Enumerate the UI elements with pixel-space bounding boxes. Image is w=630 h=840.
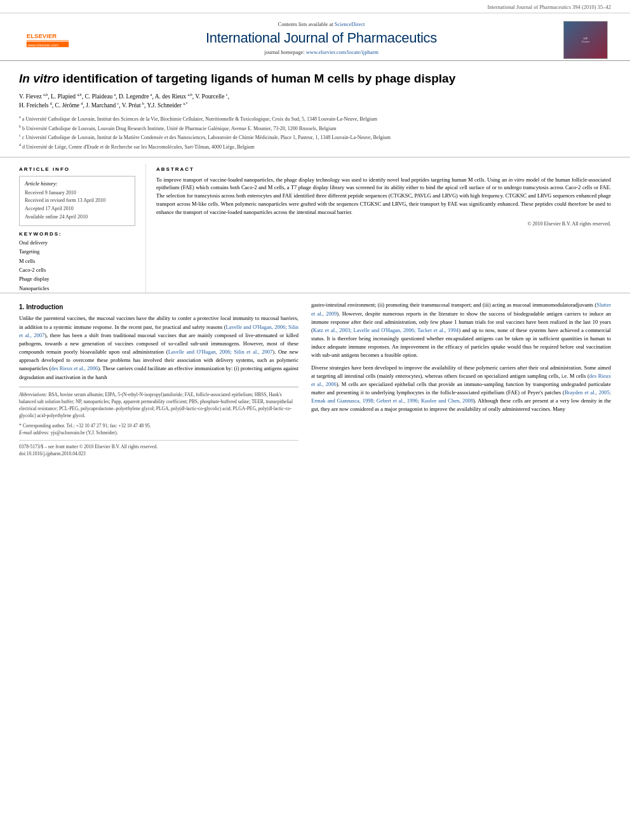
abstract-header: ABSTRACT	[156, 166, 611, 172]
section1-title: 1. Introduction	[19, 303, 298, 310]
authors-list: V. Fievez a,b, L. Plapied a,b, C. Plaide…	[19, 92, 611, 110]
journal-homepage: journal homepage: www.elsevier.com/locat…	[264, 49, 379, 55]
footnotes-section: Abbreviations: BSA, bovine serum albumin…	[19, 387, 298, 458]
journal-title-area: Contents lists available at ScienceDirec…	[83, 18, 560, 60]
history-label: Article history:	[25, 180, 130, 187]
homepage-link[interactable]: www.elsevier.com/locate/ijpharm	[306, 49, 379, 55]
article-info-abstract-section: ARTICLE INFO Article history: Received 9…	[0, 157, 630, 294]
abstract-text: To improve transport of vaccine-loaded n…	[156, 176, 611, 217]
elsevier-logo-icon: ELSEVIER www.elsevier.com	[25, 30, 70, 48]
article-title-section: In vitro identification of targeting lig…	[0, 61, 630, 157]
keyword-3: M cells	[19, 257, 135, 265]
journal-cover-thumbnail: IJPCover	[563, 21, 608, 59]
article-title: In vitro identification of targeting lig…	[19, 71, 611, 87]
journal-title: International Journal of Pharmaceutics	[206, 30, 437, 46]
elsevier-logo-area: ELSEVIER www.elsevier.com	[19, 18, 83, 60]
received-date: Received 9 January 2010	[25, 189, 130, 197]
section1-right-para2: Diverse strategies have been developed t…	[311, 364, 611, 414]
article-info-header: ARTICLE INFO	[19, 166, 135, 172]
journal-header: ELSEVIER www.elsevier.com Contents lists…	[0, 13, 630, 61]
keyword-2: Targeting	[19, 247, 135, 256]
affiliations-list: a a Université Catholique de Louvain, In…	[19, 114, 611, 151]
keywords-section: Keywords: Oral delivery Targeting M cell…	[19, 231, 135, 293]
email-note: E-mail address: yjs@uclouvain.be (Y.J. S…	[19, 429, 298, 436]
abstract-column: ABSTRACT To improve transport of vaccine…	[146, 164, 611, 293]
keyword-4: Caco-2 cells	[19, 265, 135, 274]
article-title-rest: identification of targeting ligands of h…	[59, 72, 455, 85]
affiliation-b: b Université Catholique de Louvain, Louv…	[22, 125, 337, 131]
citation-text: International Journal of Pharmaceutics 3…	[487, 4, 611, 10]
section1-right-para1: gastro-intestinal environment; (ii) prom…	[311, 301, 611, 359]
body-right-column: gastro-intestinal environment; (ii) prom…	[311, 301, 611, 457]
journal-thumbnail-area: IJPCover	[560, 18, 611, 60]
corresponding-author-note: * Corresponding author. Tel.: +32 10 47 …	[19, 422, 298, 429]
available-date: Available online 24 April 2010	[25, 213, 130, 222]
article-info-column: ARTICLE INFO Article history: Received 9…	[19, 164, 146, 293]
accepted-date: Accepted 17 April 2010	[25, 205, 130, 213]
sciencedirect-link[interactable]: ScienceDirect	[335, 21, 365, 27]
affiliation-c: c Université Catholique de Louvain, Inst…	[22, 135, 391, 140]
revised-date: Received in revised form 13 April 2010	[25, 197, 130, 205]
affiliation-a: a Université Catholique de Louvain, Inst…	[22, 116, 377, 122]
keywords-header: Keywords:	[19, 231, 135, 237]
affiliation-d: d Université de Liège, Centre d'Etude et…	[22, 144, 255, 150]
doi-text: doi:10.1016/j.ijpharm.2010.04.023	[19, 450, 298, 457]
contents-available-text: Contents lists available at ScienceDirec…	[278, 21, 365, 27]
article-title-italic: In vitro	[19, 72, 59, 85]
body-columns: 1. Introduction Unlike the parenteral va…	[19, 301, 611, 457]
page: International Journal of Pharmaceutics 3…	[0, 0, 630, 840]
keyword-5: Phage display	[19, 274, 135, 283]
bottom-issn: 0378-5173/$ – see front matter © 2010 El…	[19, 440, 298, 450]
citation-bar: International Journal of Pharmaceutics 3…	[0, 0, 630, 13]
abbreviations-label: Abbreviations: BSA, bovine serum albumin…	[19, 391, 298, 420]
body-left-column: 1. Introduction Unlike the parenteral va…	[19, 301, 298, 457]
article-history-box: Article history: Received 9 January 2010…	[19, 176, 135, 226]
svg-text:www.elsevier.com: www.elsevier.com	[27, 43, 59, 47]
section1-para1: Unlike the parenteral vaccines, the muco…	[19, 314, 298, 381]
keyword-1: Oral delivery	[19, 238, 135, 247]
svg-text:ELSEVIER: ELSEVIER	[27, 32, 57, 39]
keyword-6: Nanoparticles	[19, 284, 135, 293]
copyright-text: © 2010 Elsevier B.V. All rights reserved…	[156, 221, 611, 227]
main-body: 1. Introduction Unlike the parenteral va…	[0, 293, 630, 463]
